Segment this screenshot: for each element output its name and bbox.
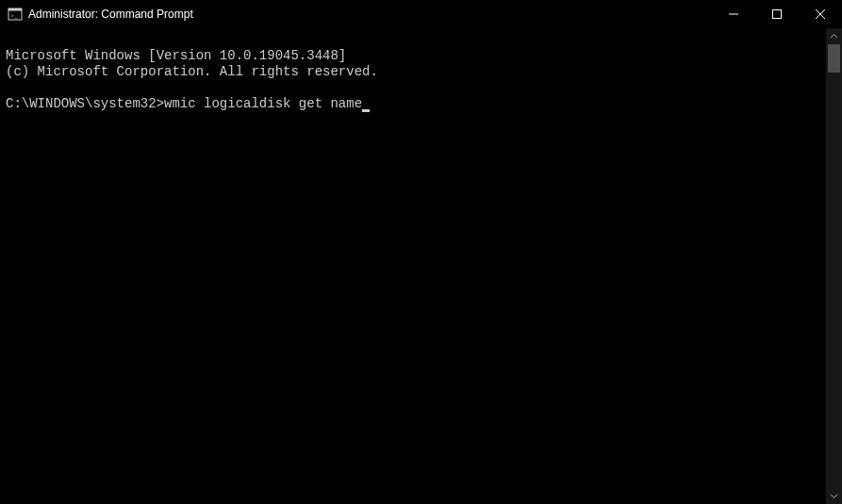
command-input[interactable]: wmic logicaldisk get name	[164, 96, 362, 111]
window-title: Administrator: Command Prompt	[28, 8, 193, 21]
titlebar[interactable]: >_ Administrator: Command Prompt	[0, 0, 842, 28]
scroll-down-arrow[interactable]	[826, 488, 842, 504]
close-button[interactable]	[799, 0, 842, 28]
app-icon: >_	[8, 7, 23, 22]
command-prompt-window: >_ Administrator: Command Prompt Microso…	[0, 0, 842, 504]
cursor	[362, 109, 370, 112]
version-line: Microsoft Windows [Version 10.0.19045.34…	[6, 48, 346, 63]
maximize-button[interactable]	[755, 0, 799, 28]
window-controls	[712, 0, 842, 28]
svg-text:>_: >_	[10, 12, 18, 20]
svg-rect-4	[773, 10, 782, 19]
vertical-scrollbar[interactable]	[826, 28, 842, 504]
svg-rect-1	[8, 8, 22, 11]
terminal-output[interactable]: Microsoft Windows [Version 10.0.19045.34…	[0, 28, 826, 504]
scrollbar-thumb[interactable]	[828, 44, 840, 73]
scroll-up-arrow[interactable]	[826, 28, 842, 44]
scrollbar-track[interactable]	[826, 44, 842, 488]
prompt-path: C:\WINDOWS\system32>	[6, 96, 164, 111]
copyright-line: (c) Microsoft Corporation. All rights re…	[6, 64, 378, 79]
content-area: Microsoft Windows [Version 10.0.19045.34…	[0, 28, 842, 504]
minimize-button[interactable]	[712, 0, 755, 28]
